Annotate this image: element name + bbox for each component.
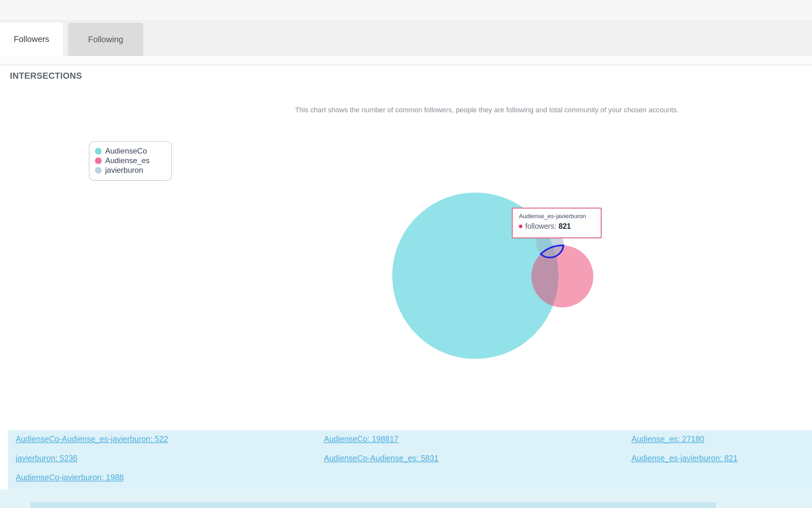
link-audienseco-audiense_es[interactable]: AudienseCo-Audiense_es: 5831 <box>324 454 439 463</box>
legend-dot-audienseco-icon <box>95 148 102 155</box>
tooltip-title: Audiense_es-javierburon <box>519 213 601 220</box>
chart-description: This chart shows the number of common fo… <box>295 106 768 114</box>
link-audienseco[interactable]: AudienseCo: 198817 <box>324 434 399 444</box>
legend-dot-javierburon-icon <box>95 167 102 174</box>
link-audienseco-javierburon[interactable]: AudienseCo-javierburon: 1988 <box>16 473 124 482</box>
link-audienseco-audiense_es-javierburon[interactable]: AudienseCo-Audiense_es-javierburon: 522 <box>16 434 168 444</box>
tooltip-series-label: followers: <box>525 222 556 230</box>
tab-following-label: Following <box>88 35 124 44</box>
series-bullet-icon <box>519 224 522 228</box>
tab-followers-label: Followers <box>14 34 49 44</box>
link-audiense_es-javierburon[interactable]: Audiense_es-javierburon: 821 <box>631 454 737 463</box>
chart-legend: AudienseCo Audiense_es javierburon <box>89 141 172 181</box>
legend-label: javierburon <box>105 166 143 174</box>
legend-dot-audiense-es-icon <box>95 157 102 164</box>
legend-item-audienseco[interactable]: AudienseCo <box>95 146 171 156</box>
legend-item-javierburon[interactable]: javierburon <box>95 165 171 175</box>
link-audiense_es[interactable]: Audiense_es: 27180 <box>631 434 704 444</box>
chart-tooltip: Audiense_es-javierburon followers: 821 <box>512 208 602 238</box>
tooltip-value: 821 <box>559 222 571 230</box>
footer-band <box>0 490 812 508</box>
link-javierburon[interactable]: javierburon: 5236 <box>16 454 77 463</box>
legend-label: Audiense_es <box>105 157 150 164</box>
tooltip-series-line: followers: 821 <box>519 222 601 230</box>
intersections-links-panel: AudienseCo-Audiense_es-javierburon: 522 … <box>8 430 812 490</box>
footer-accent-strip <box>30 502 716 508</box>
legend-label: AudienseCo <box>105 147 147 155</box>
legend-item-audiense-es[interactable]: Audiense_es <box>95 156 171 165</box>
page-title: INTERSECTIONS <box>10 71 82 81</box>
tab-following[interactable]: Following <box>68 23 143 56</box>
tab-followers[interactable]: Followers <box>0 23 63 56</box>
